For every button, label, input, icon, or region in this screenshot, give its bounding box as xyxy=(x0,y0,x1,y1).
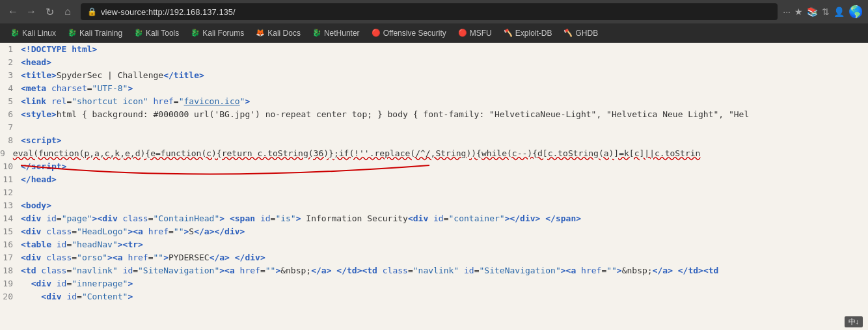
line-number: 18 xyxy=(0,264,21,277)
source-line: 14<div id="page"><div class="ContainHead… xyxy=(0,212,868,225)
offensive-security-icon: 🔴 xyxy=(372,29,381,37)
line-number: 7 xyxy=(0,121,21,134)
bookmark-kali-tools[interactable]: 🐉Kali Tools xyxy=(129,27,184,40)
browser-actions: ··· ★ 📚 ⇅ 👤 🌎 xyxy=(783,5,863,19)
back-button[interactable]: ← xyxy=(5,4,21,20)
source-line: 5<link rel="shortcut icon" href="favicon… xyxy=(0,95,868,108)
kali-docs-label: Kali Docs xyxy=(267,29,301,38)
exploit-db-label: Exploit-DB xyxy=(515,29,552,38)
kali-tools-icon: 🐉 xyxy=(134,29,143,37)
reload-button[interactable]: ↻ xyxy=(42,4,57,20)
source-line: 19 <div id="innerpage"> xyxy=(0,277,868,290)
kali-training-label: Kali Training xyxy=(79,29,122,38)
msfu-label: MSFU xyxy=(470,29,492,38)
line-number: 15 xyxy=(0,225,21,238)
forward-button[interactable]: → xyxy=(23,4,39,20)
bookmark-msfu[interactable]: 🔴MSFU xyxy=(453,27,497,40)
source-line: 3<title>SpyderSec | Challenge</title> xyxy=(0,69,868,82)
line-number: 2 xyxy=(0,56,21,69)
bookmark-kali-forums[interactable]: 🐉Kali Forums xyxy=(185,27,249,40)
line-number: 12 xyxy=(0,186,21,199)
bookmark-kali-training[interactable]: 🐉Kali Training xyxy=(62,27,128,40)
line-content: <table id="headNav"><tr> xyxy=(21,238,868,251)
line-content xyxy=(21,186,868,199)
line-number: 20 xyxy=(0,290,21,303)
bookmark-kali-linux[interactable]: 🐉Kali Linux xyxy=(5,27,61,40)
source-line: 20 <div id="Content"> xyxy=(0,290,868,303)
source-line: 17<div class="orso"><a href="">PYDERSEC<… xyxy=(0,251,868,264)
source-line: 12 xyxy=(0,186,868,199)
line-number: 19 xyxy=(0,277,21,290)
more-button[interactable]: ··· xyxy=(783,7,791,17)
nethunter-label: NetHunter xyxy=(324,29,360,38)
kali-training-icon: 🐉 xyxy=(68,29,77,37)
line-content xyxy=(21,121,868,134)
source-line: 13<body> xyxy=(0,199,868,212)
line-content: <style>html { background: #000000 url('B… xyxy=(21,108,868,121)
line-content: <meta charset="UTF-8"> xyxy=(21,82,868,95)
line-number: 5 xyxy=(0,95,21,108)
bookmark-ghdb[interactable]: 🪓GHDB xyxy=(558,27,603,40)
nethunter-icon: 🐉 xyxy=(312,29,321,37)
exploit-db-icon: 🪓 xyxy=(504,29,513,37)
kali-docs-icon: 🦊 xyxy=(256,29,265,37)
source-line: 2<head> xyxy=(0,56,868,69)
browser-chrome: ← → ↻ ⌂ 🔒 view-source:http://192.168.137… xyxy=(0,0,868,23)
line-number: 6 xyxy=(0,108,21,121)
firefox-icon: 🌎 xyxy=(848,5,863,19)
line-number: 11 xyxy=(0,173,21,186)
source-line: 4<meta charset="UTF-8"> xyxy=(0,82,868,95)
bookmark-kali-docs[interactable]: 🦊Kali Docs xyxy=(251,27,306,40)
line-number: 10 xyxy=(0,160,21,173)
bottom-indicator: 中↓ xyxy=(845,316,863,327)
bookmark-offensive-security[interactable]: 🔴Offensive Security xyxy=(366,27,452,40)
lock-icon: 🔒 xyxy=(87,7,97,16)
kali-forums-label: Kali Forums xyxy=(202,29,244,38)
source-line: 8<script> xyxy=(0,134,868,147)
red-arc-annotation: 9eval(function(p,a,c,k,e,d){e=function(c… xyxy=(0,147,700,160)
source-view[interactable]: 1<!DOCTYPE html>2<head>3<title>SpyderSec… xyxy=(0,43,868,330)
line-content: <div id="Content"> xyxy=(21,290,868,303)
kali-tools-label: Kali Tools xyxy=(146,29,179,38)
line-number: 1 xyxy=(0,43,21,56)
home-button[interactable]: ⌂ xyxy=(60,4,75,20)
line-content: </script> xyxy=(21,160,868,173)
line-content: <div class="orso"><a href="">PYDERSEC</a… xyxy=(21,251,868,264)
address-bar[interactable]: 🔒 view-source:http://192.168.137.135/ xyxy=(81,3,778,20)
source-line: 11</head> xyxy=(0,173,868,186)
line-number: 16 xyxy=(0,238,21,251)
line-content: <div id="page"><div class="ContainHead">… xyxy=(21,212,868,225)
profile-icon[interactable]: 👤 xyxy=(834,7,845,17)
ghdb-label: GHDB xyxy=(575,29,598,38)
bookmarks-bar: 🐉Kali Linux🐉Kali Training🐉Kali Tools🐉Kal… xyxy=(0,23,868,43)
kali-linux-label: Kali Linux xyxy=(22,29,56,38)
line-content: <script> xyxy=(21,134,868,147)
line-content: <td class="navlink" id="SiteNavigation">… xyxy=(21,264,868,277)
kali-linux-icon: 🐉 xyxy=(10,29,20,37)
source-line: 16<table id="headNav"><tr> xyxy=(0,238,868,251)
source-line: 18<td class="navlink" id="SiteNavigation… xyxy=(0,264,868,277)
offensive-security-label: Offensive Security xyxy=(383,29,446,38)
kali-forums-icon: 🐉 xyxy=(191,29,200,37)
line-content: <body> xyxy=(21,199,868,212)
bookmark-star-icon[interactable]: ★ xyxy=(794,7,803,17)
line-number: 8 xyxy=(0,134,21,147)
source-line: 7 xyxy=(0,121,868,134)
source-line: 10</script> xyxy=(0,160,868,173)
line-content: <!DOCTYPE html> xyxy=(21,43,868,56)
line-content: <div id="innerpage"> xyxy=(21,277,868,290)
source-line: 6<style>html { background: #000000 url('… xyxy=(0,108,868,121)
source-line: 15<div class="HeadLogo"><a href="">S</a>… xyxy=(0,225,868,238)
line-content: <div class="HeadLogo"><a href="">S</a></… xyxy=(21,225,868,238)
source-line: 1<!DOCTYPE html> xyxy=(0,43,868,56)
line-content: eval(function(p,a,c,k,e,d){e=function(c)… xyxy=(13,148,701,158)
url-text: view-source:http://192.168.137.135/ xyxy=(101,7,236,17)
line-number: 4 xyxy=(0,82,21,95)
line-content: <title>SpyderSec | Challenge</title> xyxy=(21,69,868,82)
line-number: 14 xyxy=(0,212,21,225)
history-icon[interactable]: 📚 xyxy=(807,7,818,17)
msfu-icon: 🔴 xyxy=(458,29,467,37)
sync-icon[interactable]: ⇅ xyxy=(822,7,830,17)
bookmark-exploit-db[interactable]: 🪓Exploit-DB xyxy=(498,27,558,40)
bookmark-nethunter[interactable]: 🐉NetHunter xyxy=(307,27,365,40)
